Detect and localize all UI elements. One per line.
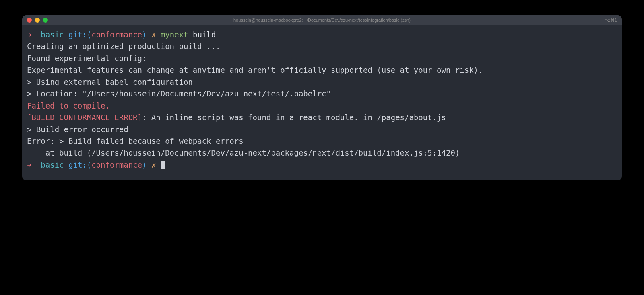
prompt-git-label: git:( (68, 160, 91, 169)
prompt-dirty-icon: ✗ (151, 160, 156, 169)
prompt-line-1: ➜ basic git:(conformance) ✗ mynext build (27, 29, 617, 41)
prompt-dir: basic (41, 160, 64, 169)
tab-indicator: ⌥⌘1 (605, 18, 617, 23)
output-babel-config: > Using external babel configuration (27, 76, 617, 88)
title-bar: houssein@houssein-macbookpro2: ~/Documen… (22, 15, 622, 25)
cursor-icon (161, 161, 165, 169)
prompt-line-2: ➜ basic git:(conformance) ✗ (27, 159, 617, 171)
prompt-git-branch: conformance (91, 160, 142, 169)
terminal-window: houssein@houssein-macbookpro2: ~/Documen… (22, 15, 622, 180)
prompt-arrow-icon: ➜ (27, 30, 31, 39)
output-experimental-warning: Experimental features can change at anyt… (27, 64, 617, 76)
prompt-dirty-icon: ✗ (151, 30, 156, 39)
window-title: houssein@houssein-macbookpro2: ~/Documen… (233, 18, 411, 23)
minimize-icon[interactable] (35, 18, 40, 23)
output-stack-trace: at build (/Users/houssein/Documents/Dev/… (27, 147, 617, 159)
command-arg: build (193, 30, 216, 39)
output-failed-compile: Failed to compile. (27, 100, 617, 112)
output-build-error-occurred: > Build error occurred (27, 124, 617, 135)
prompt-git-close: ) (142, 160, 147, 169)
prompt-dir: basic (41, 30, 64, 39)
prompt-git-branch: conformance (91, 30, 142, 39)
output-creating: Creating an optimized production build .… (27, 41, 617, 52)
close-icon[interactable] (27, 18, 32, 23)
maximize-icon[interactable] (43, 18, 48, 23)
command-name: mynext (161, 30, 188, 39)
output-build-failed: Error: > Build failed because of webpack… (27, 135, 617, 147)
prompt-arrow-icon: ➜ (27, 160, 31, 169)
prompt-git-label: git:( (68, 30, 91, 39)
output-found-config: Found experimental config: (27, 53, 617, 64)
traffic-lights (27, 18, 48, 23)
output-conformance-error: [BUILD CONFORMANCE ERROR]: An inline scr… (27, 112, 617, 123)
output-babel-location: > Location: "/Users/houssein/Documents/D… (27, 88, 617, 100)
conformance-error-msg: : An inline script was found in a react … (142, 113, 446, 122)
prompt-git-close: ) (142, 30, 147, 39)
terminal-body[interactable]: ➜ basic git:(conformance) ✗ mynext build… (22, 25, 622, 180)
conformance-error-label: [BUILD CONFORMANCE ERROR] (27, 113, 142, 122)
